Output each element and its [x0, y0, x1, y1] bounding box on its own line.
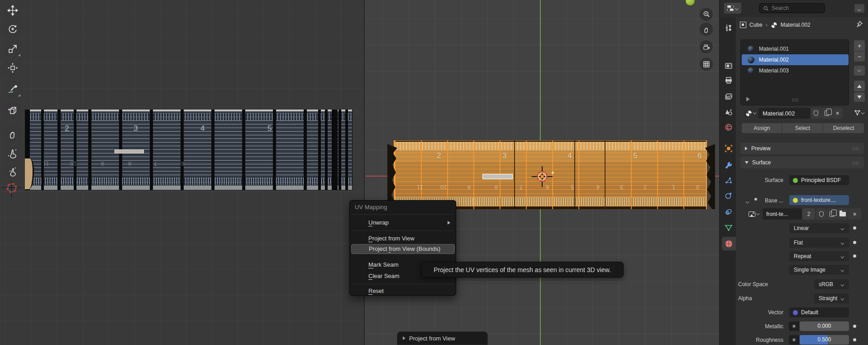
- menu-item-project-from-view[interactable]: Project from View: [351, 234, 455, 244]
- interpolation-dropdown[interactable]: Linear: [789, 223, 849, 233]
- search-input[interactable]: [772, 5, 817, 11]
- material-slot-2-selected[interactable]: Material.002: [742, 54, 849, 65]
- image-users-count-button[interactable]: 2: [802, 208, 815, 220]
- assign-button[interactable]: Assign: [742, 123, 782, 133]
- unlink-material-button[interactable]: ×: [832, 108, 843, 119]
- animate-dot[interactable]: [853, 254, 856, 258]
- vector-label: Vector: [729, 309, 783, 316]
- base-color-link-button[interactable]: front-texture....: [789, 195, 849, 205]
- 3d-cursor[interactable]: [532, 166, 553, 187]
- metallic-slider[interactable]: 0.000: [800, 321, 849, 331]
- open-image-button[interactable]: [837, 208, 848, 220]
- ruler-number-rotated: 11: [417, 184, 423, 191]
- zoom-gizmo-button[interactable]: [700, 8, 713, 21]
- vector-button[interactable]: Default: [789, 307, 849, 317]
- surface-panel-header[interactable]: Surface: [740, 157, 864, 168]
- light-object[interactable]: [685, 0, 695, 6]
- breadcrumb: Cube › Material.002: [740, 20, 867, 29]
- tab-material[interactable]: [722, 237, 736, 250]
- uv-editor[interactable]: 2 3 4 5 11 10 9 8 7 6: [0, 0, 364, 345]
- surface-shader-button[interactable]: Principled BSDF: [789, 175, 849, 185]
- color-space-dropdown[interactable]: sRGB: [814, 279, 849, 289]
- projection-dropdown[interactable]: Flat: [789, 238, 849, 248]
- editor-type-button[interactable]: [724, 3, 741, 14]
- image-name-field[interactable]: front-te...: [763, 208, 802, 220]
- shield-icon: [819, 211, 824, 217]
- tab-object-data[interactable]: [721, 221, 736, 235]
- uv-tool-move[interactable]: [4, 2, 22, 19]
- panel-drag-grip[interactable]: [852, 161, 859, 164]
- uv-tool-scale[interactable]: [4, 40, 22, 58]
- unlink-image-button[interactable]: ×: [848, 208, 861, 220]
- panel-drag-grip[interactable]: [852, 147, 859, 150]
- deselect-button[interactable]: Deselect: [823, 123, 864, 133]
- menu-item-unwrap[interactable]: Unwrap: [351, 218, 455, 228]
- extension-dropdown[interactable]: Repeat: [789, 251, 849, 261]
- list-resize-grip[interactable]: [792, 98, 799, 101]
- roughness-socket-button[interactable]: [789, 335, 799, 345]
- fake-user-button[interactable]: [811, 108, 821, 119]
- uv-tool-transform[interactable]: [4, 59, 22, 77]
- uv-2d-cursor[interactable]: [2, 178, 22, 198]
- operator-redo-panel[interactable]: Project from View: [397, 331, 488, 345]
- uv-tool-relax[interactable]: [4, 145, 22, 163]
- browse-image-button[interactable]: [745, 208, 762, 220]
- camera-view-button[interactable]: [700, 40, 713, 53]
- select-button[interactable]: Select: [782, 123, 823, 133]
- uv-tool-grab[interactable]: [4, 125, 22, 143]
- uv-ruler-number: 3: [134, 124, 138, 133]
- copy-image-button[interactable]: [827, 208, 837, 220]
- tab-modifiers[interactable]: [721, 158, 736, 172]
- uv-tool-rotate[interactable]: [4, 20, 22, 38]
- material-name-field[interactable]: Material.002: [758, 108, 810, 119]
- tab-output[interactable]: [721, 73, 736, 87]
- uv-tool-rip-region[interactable]: [4, 102, 22, 119]
- node-editor-toggle-button[interactable]: [851, 108, 867, 119]
- tab-object[interactable]: [721, 142, 736, 155]
- animate-dot[interactable]: [853, 241, 856, 244]
- material-specials-button[interactable]: [854, 66, 865, 76]
- selected-face[interactable]: [482, 174, 513, 179]
- search-box[interactable]: [759, 3, 825, 13]
- tab-render[interactable]: [721, 59, 736, 72]
- camera-icon: [702, 43, 711, 51]
- uv-tool-annotate[interactable]: [4, 81, 22, 98]
- metallic-socket-button[interactable]: [789, 321, 799, 331]
- add-material-slot-button[interactable]: +: [854, 40, 865, 51]
- animate-dot[interactable]: [853, 226, 856, 230]
- material-slot-3[interactable]: Material.003: [742, 65, 849, 76]
- alpha-dropdown[interactable]: Straight: [814, 293, 849, 303]
- breadcrumb-object[interactable]: Cube: [749, 22, 763, 28]
- tab-tool[interactable]: [721, 21, 736, 34]
- remove-material-slot-button[interactable]: −: [854, 52, 865, 62]
- tab-constraints[interactable]: [721, 205, 736, 219]
- list-expander-icon[interactable]: [746, 97, 750, 101]
- copy-material-button[interactable]: [821, 108, 832, 119]
- image-icon: [749, 211, 755, 217]
- uv-selected-face[interactable]: [114, 149, 144, 153]
- preview-panel-header[interactable]: Preview: [740, 143, 864, 154]
- pin-icon[interactable]: [856, 20, 863, 29]
- menu-item-project-from-view-bounds[interactable]: Project from View (Bounds): [351, 244, 455, 254]
- tooltip-text: Project the UV vertices of the mesh as s…: [434, 266, 610, 273]
- breadcrumb-material[interactable]: Material.002: [781, 22, 811, 28]
- animate-dot[interactable]: [853, 338, 856, 341]
- perspective-toggle-button[interactable]: [700, 58, 713, 71]
- pan-gizmo-button[interactable]: [700, 23, 713, 36]
- tab-scene[interactable]: [721, 105, 736, 119]
- uv-ruler-number-rotated: 11: [43, 160, 49, 167]
- browse-material-button[interactable]: [743, 108, 758, 119]
- move-slot-down-button[interactable]: [854, 92, 865, 102]
- tab-physics[interactable]: [721, 189, 736, 202]
- tab-world[interactable]: [721, 120, 736, 134]
- roughness-slider[interactable]: 0.500: [800, 335, 849, 345]
- material-slot-1[interactable]: Material.001: [742, 43, 849, 54]
- move-slot-up-button[interactable]: [854, 81, 865, 91]
- image-fake-user-button[interactable]: [816, 208, 826, 220]
- tab-view-layer[interactable]: [721, 90, 736, 104]
- source-dropdown[interactable]: Single Image: [789, 265, 849, 275]
- header-collapse-button[interactable]: [854, 4, 864, 13]
- uv-tool-pinch[interactable]: [4, 163, 22, 181]
- menu-item-reset[interactable]: Reset: [351, 286, 455, 296]
- animate-dot[interactable]: [853, 325, 856, 328]
